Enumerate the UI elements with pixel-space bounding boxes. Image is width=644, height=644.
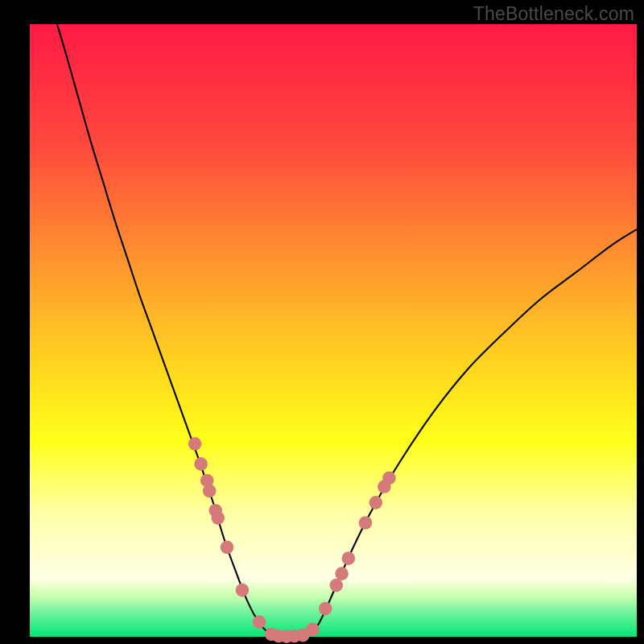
data-marker [253,615,266,629]
data-marker [236,584,250,597]
attribution-text: TheBottleneck.com [473,3,634,25]
chart-frame: TheBottleneck.com [0,0,644,644]
bottleneck-chart [0,0,644,644]
data-marker [194,457,208,471]
data-marker [335,567,349,580]
data-marker [319,602,332,616]
data-marker [203,485,217,498]
data-marker [359,516,373,530]
data-marker [329,579,343,592]
data-marker [306,623,320,637]
data-marker [369,496,382,510]
data-marker [342,551,356,565]
data-marker [221,541,234,555]
data-marker [188,437,202,451]
data-marker [382,472,396,485]
svg-rect-0 [30,24,637,637]
data-marker [211,511,225,525]
